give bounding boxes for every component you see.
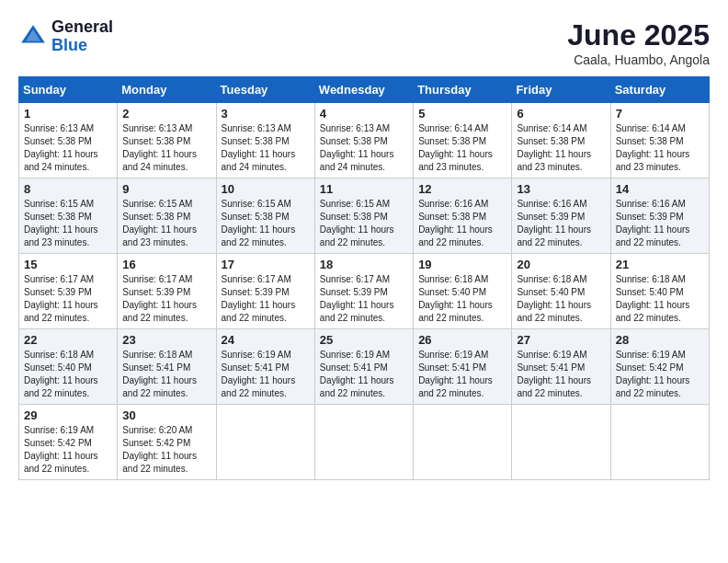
day-info: Sunrise: 6:15 AMSunset: 5:38 PMDaylight:… bbox=[320, 199, 394, 247]
day-info: Sunrise: 6:14 AMSunset: 5:38 PMDaylight:… bbox=[616, 123, 690, 172]
day-info: Sunrise: 6:19 AMSunset: 5:41 PMDaylight:… bbox=[222, 350, 296, 398]
day-number: 2 bbox=[122, 107, 210, 121]
day-number: 5 bbox=[418, 107, 506, 121]
day-number: 30 bbox=[122, 408, 210, 422]
calendar-cell: 18 Sunrise: 6:17 AMSunset: 5:39 PMDaylig… bbox=[314, 254, 413, 329]
day-number: 6 bbox=[517, 107, 605, 121]
day-number: 23 bbox=[122, 333, 210, 347]
calendar-cell: 16 Sunrise: 6:17 AMSunset: 5:39 PMDaylig… bbox=[118, 254, 216, 329]
day-info: Sunrise: 6:14 AMSunset: 5:38 PMDaylight:… bbox=[517, 123, 591, 172]
col-monday: Monday bbox=[118, 77, 216, 103]
calendar-cell: 11 Sunrise: 6:15 AMSunset: 5:38 PMDaylig… bbox=[314, 178, 413, 254]
location-subtitle: Caala, Huambo, Angola bbox=[567, 52, 710, 67]
day-info: Sunrise: 6:19 AMSunset: 5:41 PMDaylight:… bbox=[320, 350, 394, 398]
calendar-cell: 23 Sunrise: 6:18 AMSunset: 5:41 PMDaylig… bbox=[118, 329, 216, 405]
day-info: Sunrise: 6:17 AMSunset: 5:39 PMDaylight:… bbox=[222, 274, 296, 323]
calendar-cell: 24 Sunrise: 6:19 AMSunset: 5:41 PMDaylig… bbox=[216, 329, 314, 405]
calendar-cell bbox=[610, 405, 709, 480]
col-friday: Friday bbox=[512, 77, 610, 103]
col-saturday: Saturday bbox=[610, 77, 709, 103]
day-info: Sunrise: 6:13 AMSunset: 5:38 PMDaylight:… bbox=[320, 123, 394, 172]
logo-general: General bbox=[51, 17, 113, 36]
day-info: Sunrise: 6:18 AMSunset: 5:41 PMDaylight:… bbox=[122, 350, 197, 398]
logo: General Blue bbox=[18, 18, 113, 55]
col-sunday: Sunday bbox=[19, 77, 118, 103]
calendar-cell: 17 Sunrise: 6:17 AMSunset: 5:39 PMDaylig… bbox=[216, 254, 314, 329]
day-number: 8 bbox=[24, 182, 112, 196]
calendar-cell: 25 Sunrise: 6:19 AMSunset: 5:41 PMDaylig… bbox=[314, 329, 413, 405]
calendar-cell bbox=[314, 405, 413, 480]
day-number: 21 bbox=[616, 258, 704, 271]
calendar-row: 8 Sunrise: 6:15 AMSunset: 5:38 PMDayligh… bbox=[19, 178, 710, 254]
calendar-cell: 22 Sunrise: 6:18 AMSunset: 5:40 PMDaylig… bbox=[19, 329, 118, 405]
day-info: Sunrise: 6:19 AMSunset: 5:42 PMDaylight:… bbox=[24, 425, 98, 474]
day-number: 10 bbox=[222, 182, 310, 196]
calendar-cell: 28 Sunrise: 6:19 AMSunset: 5:42 PMDaylig… bbox=[610, 329, 709, 405]
calendar-cell: 9 Sunrise: 6:15 AMSunset: 5:38 PMDayligh… bbox=[118, 178, 216, 254]
day-number: 19 bbox=[418, 258, 506, 271]
day-number: 4 bbox=[320, 107, 408, 121]
day-info: Sunrise: 6:13 AMSunset: 5:38 PMDaylight:… bbox=[222, 123, 296, 172]
day-info: Sunrise: 6:17 AMSunset: 5:39 PMDaylight:… bbox=[24, 274, 98, 323]
day-number: 15 bbox=[24, 258, 112, 271]
day-number: 11 bbox=[320, 182, 408, 196]
day-number: 26 bbox=[418, 333, 506, 347]
day-number: 18 bbox=[320, 258, 408, 271]
day-number: 1 bbox=[24, 107, 112, 121]
day-number: 9 bbox=[122, 182, 210, 196]
day-number: 13 bbox=[517, 182, 605, 196]
day-number: 20 bbox=[517, 258, 605, 271]
calendar-cell bbox=[512, 405, 610, 480]
calendar-cell: 26 Sunrise: 6:19 AMSunset: 5:41 PMDaylig… bbox=[414, 329, 512, 405]
day-info: Sunrise: 6:19 AMSunset: 5:42 PMDaylight:… bbox=[616, 350, 690, 398]
day-info: Sunrise: 6:18 AMSunset: 5:40 PMDaylight:… bbox=[418, 274, 493, 323]
day-info: Sunrise: 6:17 AMSunset: 5:39 PMDaylight:… bbox=[122, 274, 197, 323]
day-number: 7 bbox=[616, 107, 704, 121]
calendar-header-row: Sunday Monday Tuesday Wednesday Thursday… bbox=[19, 77, 710, 103]
day-info: Sunrise: 6:15 AMSunset: 5:38 PMDaylight:… bbox=[222, 199, 296, 247]
day-number: 25 bbox=[320, 333, 408, 347]
calendar-cell: 27 Sunrise: 6:19 AMSunset: 5:41 PMDaylig… bbox=[512, 329, 610, 405]
day-number: 12 bbox=[418, 182, 506, 196]
day-info: Sunrise: 6:16 AMSunset: 5:39 PMDaylight:… bbox=[517, 199, 591, 247]
calendar-cell: 15 Sunrise: 6:17 AMSunset: 5:39 PMDaylig… bbox=[19, 254, 118, 329]
month-title: June 2025 bbox=[567, 18, 710, 52]
calendar-cell: 14 Sunrise: 6:16 AMSunset: 5:39 PMDaylig… bbox=[610, 178, 709, 254]
calendar-row: 22 Sunrise: 6:18 AMSunset: 5:40 PMDaylig… bbox=[19, 329, 710, 405]
col-wednesday: Wednesday bbox=[314, 77, 413, 103]
calendar-cell: 5 Sunrise: 6:14 AMSunset: 5:38 PMDayligh… bbox=[414, 103, 512, 178]
calendar-cell bbox=[414, 405, 512, 480]
calendar-row: 15 Sunrise: 6:17 AMSunset: 5:39 PMDaylig… bbox=[19, 254, 710, 329]
day-info: Sunrise: 6:17 AMSunset: 5:39 PMDaylight:… bbox=[320, 274, 394, 323]
day-info: Sunrise: 6:15 AMSunset: 5:38 PMDaylight:… bbox=[122, 199, 197, 247]
day-number: 14 bbox=[616, 182, 704, 196]
day-info: Sunrise: 6:13 AMSunset: 5:38 PMDaylight:… bbox=[24, 123, 98, 172]
day-number: 16 bbox=[122, 258, 210, 271]
day-number: 22 bbox=[24, 333, 112, 347]
calendar-cell: 13 Sunrise: 6:16 AMSunset: 5:39 PMDaylig… bbox=[512, 178, 610, 254]
day-info: Sunrise: 6:18 AMSunset: 5:40 PMDaylight:… bbox=[517, 274, 591, 323]
day-info: Sunrise: 6:16 AMSunset: 5:38 PMDaylight:… bbox=[418, 199, 493, 247]
calendar-row: 29 Sunrise: 6:19 AMSunset: 5:42 PMDaylig… bbox=[19, 405, 710, 480]
calendar-cell: 12 Sunrise: 6:16 AMSunset: 5:38 PMDaylig… bbox=[414, 178, 512, 254]
title-block: June 2025 Caala, Huambo, Angola bbox=[567, 18, 710, 67]
logo-blue: Blue bbox=[51, 36, 87, 54]
calendar-cell: 1 Sunrise: 6:13 AMSunset: 5:38 PMDayligh… bbox=[19, 103, 118, 178]
calendar-cell: 29 Sunrise: 6:19 AMSunset: 5:42 PMDaylig… bbox=[19, 405, 118, 480]
day-number: 17 bbox=[222, 258, 310, 271]
day-number: 3 bbox=[222, 107, 310, 121]
calendar-cell: 30 Sunrise: 6:20 AMSunset: 5:42 PMDaylig… bbox=[118, 405, 216, 480]
day-number: 24 bbox=[222, 333, 310, 347]
page-header: General Blue June 2025 Caala, Huambo, An… bbox=[18, 18, 710, 67]
calendar-cell: 10 Sunrise: 6:15 AMSunset: 5:38 PMDaylig… bbox=[216, 178, 314, 254]
calendar-cell: 4 Sunrise: 6:13 AMSunset: 5:38 PMDayligh… bbox=[314, 103, 413, 178]
calendar-cell: 20 Sunrise: 6:18 AMSunset: 5:40 PMDaylig… bbox=[512, 254, 610, 329]
day-info: Sunrise: 6:19 AMSunset: 5:41 PMDaylight:… bbox=[517, 350, 591, 398]
calendar-cell: 3 Sunrise: 6:13 AMSunset: 5:38 PMDayligh… bbox=[216, 103, 314, 178]
calendar-cell bbox=[216, 405, 314, 480]
calendar-cell: 8 Sunrise: 6:15 AMSunset: 5:38 PMDayligh… bbox=[19, 178, 118, 254]
calendar-row: 1 Sunrise: 6:13 AMSunset: 5:38 PMDayligh… bbox=[19, 103, 710, 178]
logo-text: General Blue bbox=[51, 18, 113, 55]
day-info: Sunrise: 6:13 AMSunset: 5:38 PMDaylight:… bbox=[122, 123, 197, 172]
calendar-cell: 7 Sunrise: 6:14 AMSunset: 5:38 PMDayligh… bbox=[610, 103, 709, 178]
